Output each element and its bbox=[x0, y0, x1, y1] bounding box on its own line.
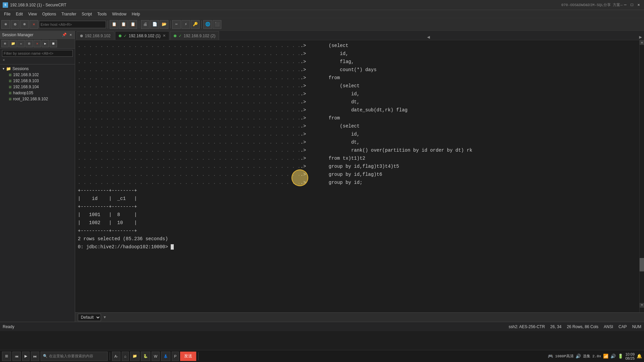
maximize-button[interactable]: □ bbox=[629, 2, 635, 8]
terminal-area[interactable]: . . . . . . . . . . . . . . . . . . . . … bbox=[75, 40, 644, 312]
media-play-button[interactable]: ▶ bbox=[22, 352, 30, 361]
session-item-103[interactable]: 🖥 192.168.9.103 bbox=[0, 78, 75, 84]
session-filter-input[interactable] bbox=[2, 50, 73, 57]
media-next-button[interactable]: ⏭ bbox=[31, 352, 39, 361]
session-item-root-102[interactable]: 🖥 root_192.168.9.102 bbox=[0, 96, 75, 102]
session-label: 192.168.9.103 bbox=[13, 79, 39, 83]
tab-nav-left[interactable]: ◀ bbox=[425, 34, 432, 40]
terminal-line: . . . . . . . . . . . . . . . . . . . . … bbox=[75, 114, 639, 122]
start-button[interactable]: ⊞ bbox=[2, 352, 11, 361]
scroll-down-arrow[interactable]: ▼ bbox=[640, 303, 644, 308]
terminal-result-line: 2 rows selected (85.236 seconds) bbox=[75, 235, 639, 243]
toolbar-btn-15[interactable]: ⬛ bbox=[213, 20, 221, 29]
terminal-line: . . . . . . . . . . . . . . . . . . . . … bbox=[75, 178, 639, 187]
tab-close-button[interactable]: ✕ bbox=[163, 34, 166, 38]
tab-label: 192.168.9.102 (2) bbox=[184, 34, 216, 38]
toolbar-btn-10[interactable]: 📂 bbox=[160, 20, 168, 29]
title-text: 192.168.9.102 (1) - SecureCRT bbox=[10, 3, 558, 7]
toolbar-btn-5[interactable]: 📋 bbox=[110, 20, 118, 29]
taskbar-app-fashion[interactable]: 👗 bbox=[161, 352, 170, 361]
tab-192-168-9-102-1[interactable]: ✓ 192.168.9.102 (1) ✕ bbox=[115, 31, 169, 40]
tab-192-168-9-102-2[interactable]: ✓ 192.168.9.102 (2) bbox=[170, 31, 219, 40]
taskbar-notification-icon[interactable]: 🔔 bbox=[637, 354, 642, 359]
taskbar-volume-icon[interactable]: 🔊 bbox=[576, 354, 581, 359]
status-ready: Ready bbox=[3, 324, 14, 329]
toolbar-btn-7[interactable]: 📋 bbox=[128, 20, 137, 29]
taskbar-app-network[interactable]: ⌂ bbox=[122, 352, 129, 361]
close-button[interactable]: ✕ bbox=[636, 2, 641, 8]
sm-connect[interactable]: ▶ bbox=[42, 40, 49, 47]
menu-window[interactable]: Window bbox=[109, 11, 129, 17]
toolbar-btn-2[interactable]: ⚙ bbox=[11, 20, 19, 29]
toolbar-btn-8[interactable]: 🖨 bbox=[141, 20, 150, 29]
menu-help[interactable]: Help bbox=[129, 11, 143, 17]
taskbar-app-python[interactable]: 🐍 bbox=[141, 352, 150, 361]
toolbar-btn-6[interactable]: 📋 bbox=[119, 20, 128, 29]
search-bar[interactable]: 🔍 在这里输入你要搜索的内容 bbox=[41, 352, 108, 361]
host-input[interactable] bbox=[39, 21, 106, 28]
taskbar-app-icon-1[interactable]: 🎮 bbox=[548, 354, 553, 359]
taskbar-app-browser[interactable]: A- bbox=[112, 352, 120, 361]
taskbar-app-securecrt[interactable]: P bbox=[172, 352, 179, 361]
menu-view[interactable]: View bbox=[25, 11, 40, 17]
scroll-thumb[interactable] bbox=[640, 258, 644, 271]
menu-script[interactable]: Script bbox=[79, 11, 95, 17]
toolbar-btn-12[interactable]: ⚡ bbox=[181, 20, 190, 29]
toolbar-btn-4[interactable]: ✕ bbox=[30, 20, 38, 29]
taskbar-select-label[interactable]: 选集 bbox=[583, 354, 590, 359]
session-manager-pin[interactable]: 📌 bbox=[61, 32, 68, 37]
terminal-line: . . . . . . . . . . . . . . . . . . . . … bbox=[75, 170, 639, 178]
filter-clear-button[interactable]: ✕ bbox=[3, 58, 5, 62]
session-item-104[interactable]: 🖥 192.168.9.104 bbox=[0, 84, 75, 90]
session-label: root_192.168.9.102 bbox=[13, 97, 48, 101]
menu-bar: File Edit View Options Transfer Script T… bbox=[0, 10, 644, 18]
menu-tools[interactable]: Tools bbox=[95, 11, 109, 17]
menu-file[interactable]: File bbox=[1, 11, 13, 17]
sm-delete[interactable]: ✕ bbox=[34, 40, 41, 47]
taskbar-speed[interactable]: 2.0x bbox=[592, 354, 601, 358]
sm-edit[interactable]: ✏ bbox=[17, 40, 25, 47]
taskbar-resolution[interactable]: 1080P高清 bbox=[555, 354, 574, 359]
toolbar-btn-1[interactable]: ⊕ bbox=[1, 20, 10, 29]
toolbar-btn-14[interactable]: 🌐 bbox=[203, 20, 212, 29]
toolbar-btn-3[interactable]: ⊗ bbox=[20, 20, 29, 29]
sm-new-session[interactable]: ⊕ bbox=[1, 40, 9, 47]
send-button[interactable]: 发送 bbox=[180, 352, 196, 361]
network-icon: ⌂ bbox=[124, 354, 126, 358]
session-manager-header: Session Manager 📌 ✕ bbox=[0, 31, 75, 39]
menu-transfer[interactable]: Transfer bbox=[59, 11, 79, 17]
tab-indicator bbox=[80, 35, 83, 37]
sm-clone[interactable]: ⊞ bbox=[25, 40, 33, 47]
taskbar-sound-icon[interactable]: 🔊 bbox=[610, 354, 616, 359]
scroll-up-arrow[interactable]: ▲ bbox=[640, 40, 644, 45]
sm-folder[interactable]: 📁 bbox=[9, 40, 17, 47]
tab-nav-right[interactable]: ▶ bbox=[637, 34, 644, 40]
menu-edit[interactable]: Edit bbox=[13, 11, 25, 17]
media-prev-button[interactable]: ⏮ bbox=[12, 352, 21, 361]
session-manager-panel: Session Manager 📌 ✕ ⊕ 📁 ✏ ⊞ ✕ ▶ ⏹ ✕ ▼ 📁 … bbox=[0, 31, 75, 322]
tab-192-168-9-102[interactable]: 192.168.9.102 bbox=[76, 31, 114, 40]
taskbar-date: 08/25 bbox=[625, 356, 635, 360]
search-placeholder: 在这里输入你要搜索的内容 bbox=[49, 354, 93, 359]
tree-group-sessions[interactable]: ▼ 📁 Sessions bbox=[0, 66, 75, 72]
vertical-scrollbar[interactable]: ▲ ▼ bbox=[639, 40, 644, 312]
taskbar-clock[interactable]: 10:09 08/25 bbox=[625, 352, 635, 360]
taskbar-network-icon[interactable]: 📶 bbox=[603, 354, 608, 359]
menu-options[interactable]: Options bbox=[40, 11, 59, 17]
toolbar-btn-13[interactable]: 🔑 bbox=[191, 20, 200, 29]
default-select[interactable]: Default bbox=[78, 314, 101, 321]
session-item-hadoop105[interactable]: 🖥 hadoop105 bbox=[0, 90, 75, 96]
terminal-line: . . . . . . . . . . . . . . . . . . . . … bbox=[75, 42, 639, 50]
session-manager-close[interactable]: ✕ bbox=[68, 32, 73, 37]
app-icon: S bbox=[3, 2, 8, 8]
toolbar-btn-9[interactable]: 📄 bbox=[150, 20, 159, 29]
taskbar-app-word[interactable]: W bbox=[152, 352, 160, 361]
terminal-table-row: | 1002 | 10 | bbox=[75, 219, 639, 227]
minimize-button[interactable]: ─ bbox=[623, 2, 628, 8]
session-item-102[interactable]: 🖥 192.168.9.102 bbox=[0, 72, 75, 78]
taskbar-battery-icon[interactable]: 🔋 bbox=[618, 354, 623, 359]
toolbar-btn-11[interactable]: ✂ bbox=[172, 20, 181, 29]
sm-disconnect[interactable]: ⏹ bbox=[50, 40, 57, 47]
terminal-table-sep: +----------+--------+ bbox=[75, 203, 639, 211]
taskbar-app-files[interactable]: 📁 bbox=[130, 352, 140, 361]
